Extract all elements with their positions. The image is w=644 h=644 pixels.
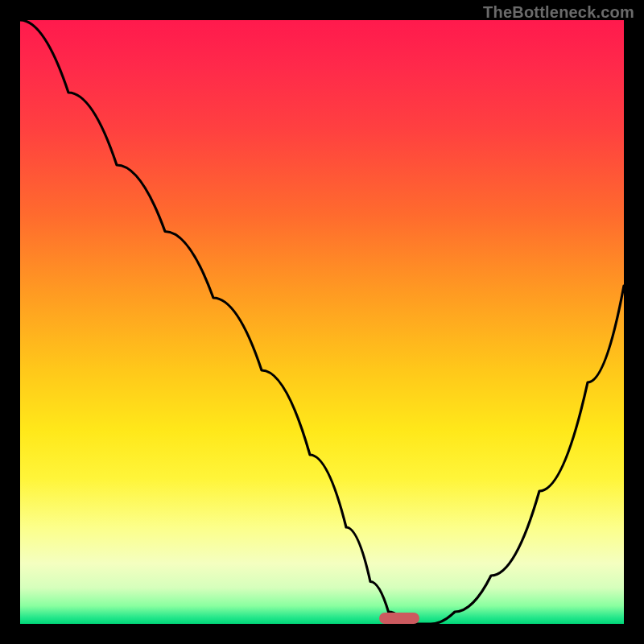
watermark-text: TheBottleneck.com — [483, 3, 634, 22]
optimal-marker — [379, 613, 419, 624]
chart-frame: TheBottleneck.com — [0, 0, 644, 644]
plot-area — [20, 20, 624, 624]
bottleneck-curve — [20, 20, 624, 624]
curve-path — [20, 20, 624, 624]
